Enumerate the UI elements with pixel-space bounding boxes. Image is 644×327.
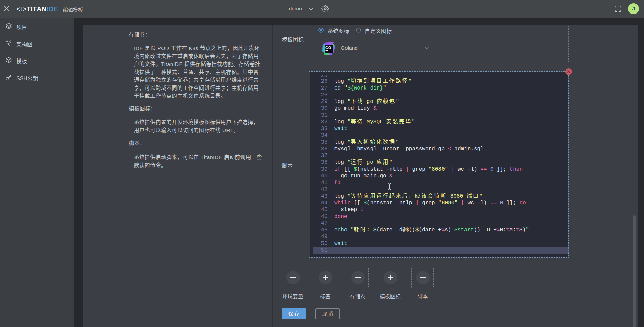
svg-text:GO: GO	[325, 46, 331, 50]
